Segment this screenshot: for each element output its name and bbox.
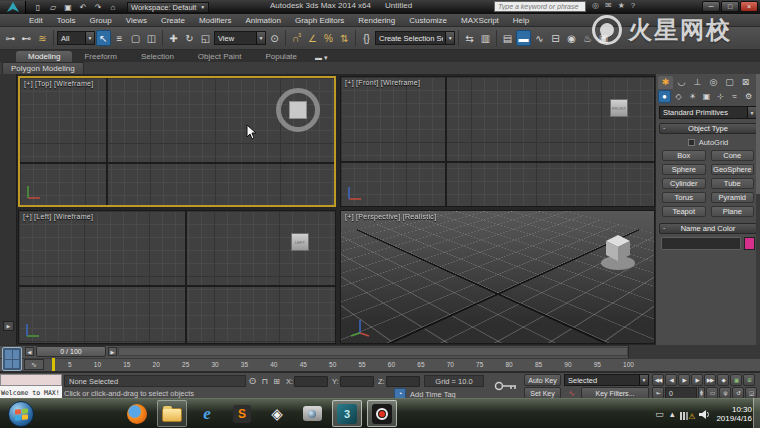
tube-button[interactable]: Tube <box>711 178 755 189</box>
viewport-perspective[interactable]: [+] [Perspective] [Realistic] <box>340 210 655 344</box>
ribbon-tab-freeform[interactable]: Freeform <box>72 51 128 62</box>
menu-graph-editors[interactable]: Graph Editors <box>288 16 351 25</box>
create-tab-icon[interactable]: ✱ <box>658 76 673 89</box>
toggle-ribbon-icon[interactable]: ▬ <box>516 30 531 46</box>
shapes-category-icon[interactable]: ◇ <box>672 90 685 103</box>
pyramid-button[interactable]: Pyramid <box>711 192 755 203</box>
command-panel-scrollbar[interactable] <box>756 74 760 345</box>
helpers-category-icon[interactable]: ⊹ <box>714 90 727 103</box>
capture-tool-taskbar-icon[interactable] <box>297 400 327 427</box>
object-color-swatch[interactable] <box>744 237 755 250</box>
display-tab-icon[interactable]: ▢ <box>722 76 737 89</box>
taskbar-clock[interactable]: 10:30 2019/4/16 <box>716 405 752 423</box>
window-crossing-icon[interactable]: ◫ <box>144 30 159 46</box>
select-and-link-icon[interactable]: ⊶ <box>3 30 18 46</box>
zoom-extents-all-icon[interactable]: ⊞ <box>743 374 755 386</box>
time-slider-prev-icon[interactable]: ◀ <box>25 347 34 356</box>
select-and-move-icon[interactable]: ✚ <box>166 30 181 46</box>
angle-snap-icon[interactable]: ∠ <box>305 30 320 46</box>
show-desktop-button[interactable] <box>753 398 760 428</box>
rectangular-selection-region-icon[interactable]: ▢ <box>128 30 143 46</box>
isolate-selection-icon[interactable]: ⵙ <box>247 375 258 387</box>
viewport-top[interactable]: [+] [Top] [Wireframe] <box>18 76 336 207</box>
box-button[interactable]: Box <box>662 150 706 161</box>
modify-tab-icon[interactable]: ◡ <box>674 76 689 89</box>
volume-icon[interactable] <box>698 409 710 420</box>
close-button[interactable]: × <box>740 1 758 12</box>
selection-filter-dropdown[interactable]: All ▼ <box>57 31 95 45</box>
named-selection-set-dropdown[interactable]: Create Selection Se ▼ <box>375 31 455 45</box>
workspace-dropdown[interactable]: Workspace: Default ▼ <box>127 2 209 13</box>
play-icon[interactable]: ▶ <box>678 374 690 386</box>
polygon-modeling-panel[interactable]: Polygon Modeling <box>2 62 84 74</box>
space-warps-category-icon[interactable]: ≈ <box>728 90 741 103</box>
ribbon-tab-object-paint[interactable]: Object Paint <box>186 51 254 62</box>
viewcube[interactable]: FRONT <box>610 99 628 117</box>
mini-curve-editor-icon[interactable]: ∿ <box>24 359 44 370</box>
explorer-taskbar-icon[interactable] <box>157 400 187 427</box>
viewcube[interactable]: LEFT <box>291 233 309 251</box>
macro-recorder-field[interactable] <box>0 374 62 386</box>
select-by-name-icon[interactable]: ≡ <box>112 30 127 46</box>
menu-modifiers[interactable]: Modifiers <box>192 16 238 25</box>
ime-icon[interactable]: ▭ <box>655 409 664 419</box>
percent-snap-icon[interactable]: % <box>321 30 336 46</box>
app-menu-button[interactable] <box>0 1 26 14</box>
search-icon[interactable]: ◎ <box>592 1 599 10</box>
cone-button[interactable]: Cone <box>711 150 755 161</box>
schematic-view-icon[interactable]: ⊟ <box>548 30 563 46</box>
current-frame-marker[interactable] <box>52 358 55 371</box>
unlink-selection-icon[interactable]: ⊷ <box>19 30 34 46</box>
torus-button[interactable]: Torus <box>662 192 706 203</box>
layer-manager-icon[interactable]: ▤ <box>500 30 515 46</box>
z-coordinate-field[interactable] <box>386 376 420 387</box>
menu-rendering[interactable]: Rendering <box>351 16 402 25</box>
favorites-icon[interactable]: ★ <box>618 1 625 10</box>
cylinder-button[interactable]: Cylinder <box>662 178 706 189</box>
y-coordinate-field[interactable] <box>340 376 374 387</box>
menu-tools[interactable]: Tools <box>50 16 83 25</box>
redo-icon[interactable]: ↷ <box>92 2 104 13</box>
project-folder-icon[interactable]: ⌂ <box>107 2 119 13</box>
primitive-category-dropdown[interactable]: Standard Primitives ▼ <box>659 106 757 119</box>
transform-type-in-icon[interactable]: ⊞ <box>271 375 282 387</box>
name-and-color-rollout[interactable]: - Name and Color <box>659 223 757 234</box>
lights-category-icon[interactable]: ☀ <box>686 90 699 103</box>
menu-group[interactable]: Group <box>82 16 118 25</box>
select-object-icon[interactable]: ↖ <box>96 30 111 46</box>
object-type-rollout[interactable]: - Object Type <box>659 123 757 134</box>
snaps-toggle-icon[interactable]: ∩3 <box>289 30 304 46</box>
ribbon-tab-populate[interactable]: Populate <box>253 51 309 62</box>
next-frame-icon[interactable]: ▶ <box>691 374 703 386</box>
menu-animation[interactable]: Animation <box>238 16 288 25</box>
sphere-button[interactable]: Sphere <box>662 164 706 175</box>
align-icon[interactable]: ▥ <box>478 30 493 46</box>
auto-key-button[interactable]: Auto Key <box>524 374 561 386</box>
systems-category-icon[interactable]: ⚙ <box>742 90 755 103</box>
viewport-top-label[interactable]: [+] [Top] [Wireframe] <box>24 80 94 87</box>
render-setup-icon[interactable]: ♨ <box>580 30 595 46</box>
menu-maxscript[interactable]: MAXScript <box>454 16 506 25</box>
hierarchy-tab-icon[interactable]: ⊥ <box>690 76 705 89</box>
teapot-button[interactable]: Teapot <box>662 206 706 217</box>
network-status-icon[interactable]: ⚠ <box>680 409 692 420</box>
viewcube-face[interactable] <box>289 101 307 119</box>
selection-lock-icon[interactable]: ⊓ <box>259 375 270 387</box>
ribbon-tab-selection[interactable]: Selection <box>129 51 186 62</box>
sublime-text-taskbar-icon[interactable]: S <box>227 400 257 427</box>
cameras-category-icon[interactable]: ▣ <box>700 90 713 103</box>
reference-coordinate-dropdown[interactable]: View ▼ <box>214 31 266 45</box>
layout-tabs-expand-icon[interactable]: ▶ <box>3 321 14 331</box>
zoom-extents-icon[interactable]: ▣ <box>730 374 742 386</box>
viewport-layout-tab-icon[interactable] <box>2 347 22 371</box>
x-coordinate-field[interactable] <box>294 376 328 387</box>
menu-create[interactable]: Create <box>154 16 192 25</box>
menu-customize[interactable]: Customize <box>402 16 454 25</box>
communication-center-icon[interactable]: ✉ <box>605 1 612 10</box>
curve-editor-icon[interactable]: ∿ <box>532 30 547 46</box>
object-name-field[interactable] <box>661 237 741 250</box>
select-and-scale-icon[interactable]: ◱ <box>198 30 213 46</box>
viewport-left[interactable]: [+] [Left] [Wireframe] LEFT <box>18 210 336 344</box>
help-icon[interactable]: ? <box>631 1 635 10</box>
rendered-frame-icon[interactable]: ▣ <box>596 30 611 46</box>
